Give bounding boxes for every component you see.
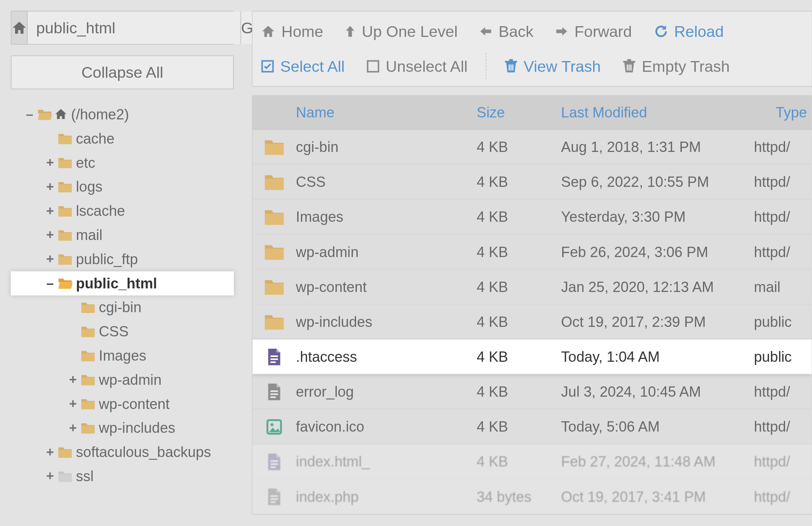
cell-type: httpd/	[754, 418, 812, 435]
checkbox-empty-icon	[366, 60, 379, 73]
cell-size: 4 KB	[477, 243, 561, 260]
doc-purple-icon	[253, 453, 296, 471]
table-row[interactable]: index.html_4 KBFeb 27, 2024, 11:48 AMhtt…	[253, 444, 812, 479]
folder-icon	[81, 349, 95, 363]
cell-size: 4 KB	[477, 173, 561, 190]
folder-icon	[58, 180, 72, 194]
tree-toggle-icon[interactable]: –	[43, 277, 56, 290]
tree-item[interactable]: +ssl	[11, 464, 234, 488]
cell-size: 4 KB	[477, 278, 561, 295]
toolbar-empty-trash[interactable]: Empty Trash	[622, 57, 730, 76]
toolbar-forward[interactable]: Forward	[555, 22, 632, 40]
arrow-up-icon	[345, 25, 356, 38]
divider	[486, 53, 486, 80]
toolbar-back[interactable]: Back	[479, 22, 534, 40]
folder-icon	[253, 276, 296, 297]
svg-rect-3	[510, 65, 511, 71]
cell-type: httpd/	[754, 383, 812, 400]
cell-modified: Yesterday, 3:30 PM	[561, 208, 754, 225]
tree-item-label: public_ftp	[76, 252, 138, 266]
tree-item[interactable]: +wp-content	[11, 392, 234, 416]
cell-name: Images	[296, 208, 477, 225]
table-row[interactable]: wp-includes4 KBOct 19, 2017, 2:39 PMpubl…	[253, 305, 812, 340]
tree-item[interactable]: +wp-admin	[11, 368, 234, 392]
tree-item[interactable]: +wp-includes	[11, 416, 234, 440]
tree-toggle-icon[interactable]: +	[66, 397, 79, 411]
table-row[interactable]: cgi-bin4 KBAug 1, 2018, 1:31 PMhttpd/	[253, 130, 812, 165]
tree-item[interactable]: +public_ftp	[11, 247, 234, 271]
column-type[interactable]: Type	[754, 104, 812, 121]
tree-toggle-icon[interactable]: –	[23, 108, 36, 121]
folder-icon	[81, 324, 95, 339]
home-button[interactable]	[11, 12, 28, 44]
path-input[interactable]	[28, 12, 241, 44]
tree-toggle-icon[interactable]: +	[43, 253, 56, 266]
toolbar-view-trash[interactable]: View Trash	[504, 57, 601, 76]
folder-icon	[58, 252, 72, 266]
tree-item[interactable]: +softaculous_backups	[11, 440, 234, 465]
column-name[interactable]: Name	[296, 104, 477, 121]
folder-icon	[253, 311, 296, 332]
column-modified[interactable]: Last Modified	[561, 104, 754, 121]
tree-toggle-icon[interactable]: +	[43, 228, 56, 242]
column-size[interactable]: Size	[477, 104, 561, 121]
doc-purple-icon	[253, 347, 296, 366]
tree-item[interactable]: +etc	[11, 151, 234, 175]
cell-size: 4 KB	[477, 418, 561, 435]
svg-rect-4	[512, 65, 513, 71]
tree-item[interactable]: CSS	[11, 320, 234, 344]
tree-item-label: wp-content	[99, 397, 169, 411]
tree-item[interactable]: +mail	[11, 223, 234, 247]
folder-open-icon	[37, 108, 52, 122]
doc-gray-icon	[253, 488, 296, 506]
table-row[interactable]: wp-content4 KBJan 25, 2020, 12:13 AMmail	[253, 269, 812, 304]
table-row[interactable]: index.php34 bytesOct 19, 2017, 3:41 PMht…	[253, 479, 812, 514]
svg-rect-7	[630, 65, 632, 71]
toolbar-up-label: Up One Level	[362, 22, 458, 40]
table-header: Name Size Last Modified Type	[253, 96, 812, 130]
tree-toggle-icon[interactable]: +	[43, 445, 56, 459]
trash-icon	[622, 59, 636, 73]
tree-toggle-icon[interactable]: +	[43, 180, 56, 193]
cell-modified: Jan 25, 2020, 12:13 AM	[561, 278, 754, 295]
cell-modified: Feb 26, 2024, 3:06 PM	[561, 243, 754, 260]
tree-toggle-icon[interactable]: +	[66, 421, 79, 434]
toolbar-up[interactable]: Up One Level	[345, 22, 458, 40]
table-row[interactable]: .htaccess4 KBToday, 1:04 AMpublic	[253, 340, 812, 374]
toolbar-home[interactable]: Home	[261, 22, 323, 40]
cell-modified: Aug 1, 2018, 1:31 PM	[561, 138, 754, 155]
toolbar-select-all[interactable]: Select All	[261, 57, 345, 76]
main-panel: Home Up One Level Back Forward Reload	[252, 11, 812, 526]
folder-icon	[81, 421, 95, 435]
table-row[interactable]: wp-admin4 KBFeb 26, 2024, 3:06 PMhttpd/	[253, 234, 812, 269]
table-row[interactable]: Images4 KBYesterday, 3:30 PMhttpd/	[253, 200, 812, 234]
cell-name: CSS	[296, 173, 477, 190]
table-row[interactable]: favicon.ico4 KBToday, 5:06 AMhttpd/	[253, 409, 812, 444]
folder-icon	[81, 372, 95, 387]
tree-item[interactable]: –(/home2)	[11, 102, 234, 127]
tree-item[interactable]: +lscache	[11, 199, 234, 223]
tree-toggle-icon[interactable]: +	[43, 204, 56, 217]
cell-type: httpd/	[754, 243, 812, 260]
cell-type: httpd/	[754, 453, 812, 470]
tree-toggle-icon[interactable]: +	[43, 156, 56, 169]
tree-item-label: cgi-bin	[99, 300, 141, 315]
tree-item[interactable]: cache	[11, 127, 234, 151]
tree-item[interactable]: +logs	[11, 175, 234, 199]
toolbar-reload[interactable]: Reload	[653, 22, 724, 40]
collapse-all-button[interactable]: Collapse All	[11, 56, 234, 89]
table-row[interactable]: CSS4 KBSep 6, 2022, 10:55 PMhttpd/	[253, 165, 812, 200]
tree-toggle-icon[interactable]: +	[66, 373, 79, 386]
folder-icon	[58, 228, 72, 242]
tree-toggle-icon[interactable]: +	[43, 470, 56, 483]
toolbar-unselect-all[interactable]: Unselect All	[366, 57, 467, 76]
cell-type: public	[754, 348, 812, 365]
tree-item[interactable]: Images	[11, 344, 234, 368]
tree-item[interactable]: –public_html	[11, 271, 234, 296]
folder-icon	[253, 136, 296, 157]
table-row[interactable]: error_log4 KBJul 3, 2024, 10:45 AMhttpd/	[253, 374, 812, 409]
tree-item[interactable]: cgi-bin	[11, 296, 234, 320]
cell-modified: Feb 27, 2024, 11:48 AM	[561, 453, 754, 470]
doc-gray-icon	[253, 382, 296, 401]
trash-icon	[504, 59, 517, 73]
